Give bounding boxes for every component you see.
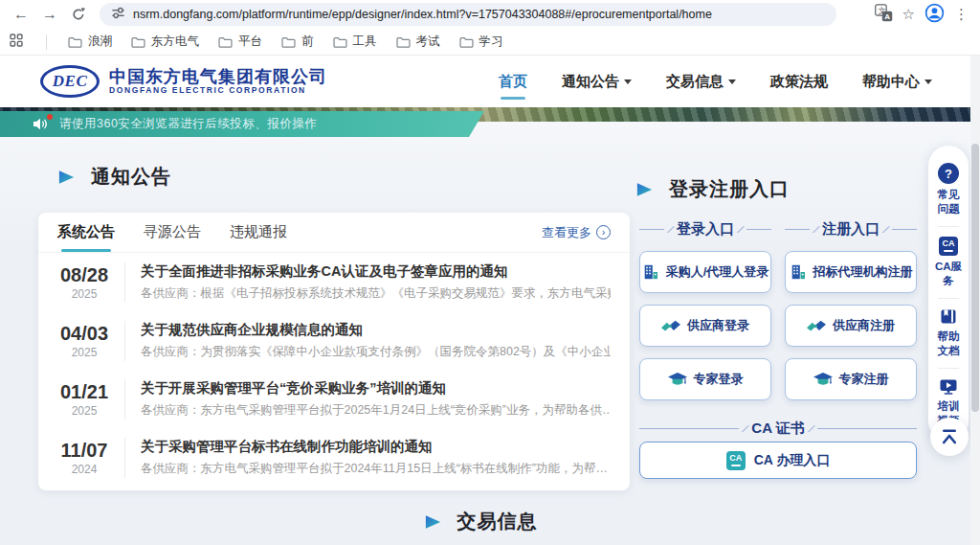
- chevron-down-icon: [728, 79, 736, 84]
- notice-date: 11/07 2024: [54, 440, 115, 476]
- subheader-label: CA 证书: [751, 420, 804, 438]
- bookmark-folder-dongfang[interactable]: 东方电气: [131, 34, 199, 50]
- graduation-cap-icon: [668, 372, 687, 388]
- nav-trade-info[interactable]: 交易信息: [666, 73, 736, 91]
- expert-login-button[interactable]: 专家登录: [639, 358, 771, 400]
- notice-row[interactable]: 11/07 2024 关于采购管理平台标书在线制作功能培训的通知 各供应商：东方…: [38, 428, 630, 487]
- button-label: 供应商登录: [687, 317, 749, 334]
- bookmark-label: 学习: [479, 34, 503, 50]
- purchaser-login-button[interactable]: 采购人/代理人登录: [639, 251, 771, 293]
- page-scrollbar[interactable]: [970, 56, 980, 545]
- reload-icon[interactable]: [67, 3, 90, 26]
- year-value: 2025: [54, 287, 115, 301]
- profile-avatar-icon[interactable]: [924, 3, 945, 27]
- notices-card: 系统公告 寻源公告 违规通报 查看更多 › 08/28 2025 关于全面推进非…: [38, 213, 630, 490]
- ca-apply-button[interactable]: CA CA 办理入口: [639, 442, 917, 479]
- floating-help-sidebar: ? 常见问题 CA CA服务 帮助文档 培训视频: [928, 146, 969, 442]
- chevron-down-icon: [924, 79, 932, 84]
- expert-register-button[interactable]: 专家注册: [785, 358, 917, 400]
- ca-service-item[interactable]: CA CA服务: [934, 231, 963, 294]
- tab-violation-reports[interactable]: 违规通报: [230, 213, 287, 252]
- question-icon: ?: [938, 163, 959, 184]
- translate-icon[interactable]: 文A: [875, 4, 893, 26]
- notice-title: 关于采购管理平台标书在线制作功能培训的通知: [141, 438, 611, 456]
- nav-home[interactable]: 首页: [499, 73, 527, 91]
- nav-policies[interactable]: 政策法规: [770, 73, 828, 91]
- divider: [938, 226, 959, 227]
- scrollbar-thumb[interactable]: [971, 144, 979, 412]
- notice-row[interactable]: 01/21 2025 关于开展采购管理平台“竞价采购业务”培训的通知 各供应商：…: [38, 370, 630, 428]
- tab-system-notices[interactable]: 系统公告: [57, 213, 115, 252]
- bookmark-folder-qian[interactable]: 前: [281, 34, 314, 50]
- section-title: 交易信息: [457, 509, 538, 534]
- company-logo[interactable]: DEC 中国东方电气集团有限公司 DONGFANG ELECTRIC CORPO…: [40, 65, 327, 98]
- notices-tab-bar: 系统公告 寻源公告 违规通报 查看更多 ›: [38, 213, 630, 253]
- button-label: 采购人/代理人登录: [666, 263, 769, 281]
- button-label: 供应商注册: [833, 317, 895, 334]
- back-icon[interactable]: ←: [10, 3, 33, 26]
- bookmark-folder-pingtai[interactable]: 平台: [218, 34, 262, 50]
- nav-label: 通知公告: [562, 73, 619, 91]
- bookmark-label: 东方电气: [151, 34, 199, 50]
- ca-badge-icon: CA: [726, 451, 746, 470]
- bookmarks-separator: [46, 34, 47, 50]
- building-icon: [790, 263, 807, 281]
- notice-title: 关于规范供应商企业规模信息的通知: [141, 321, 611, 339]
- button-label: 专家注册: [839, 371, 889, 388]
- supplier-login-button[interactable]: 供应商登录: [639, 305, 771, 347]
- bookmark-folder-langchao[interactable]: 浪潮: [68, 34, 112, 50]
- year-value: 2024: [54, 463, 115, 476]
- login-entry-header: 登录入口: [639, 220, 771, 238]
- browser-menu-icon[interactable]: ⋮: [954, 6, 969, 23]
- entry-buttons: 采购人/代理人登录 招标代理机构注册 供应商登录 供应商注册 专家登录 专家注册: [639, 251, 917, 400]
- section-arrow-icon: [635, 182, 654, 197]
- notice-row[interactable]: 04/03 2025 关于规范供应商企业规模信息的通知 各供应商：为贯彻落实《保…: [38, 311, 630, 370]
- to-top-icon: [940, 429, 959, 444]
- svg-text:A: A: [884, 11, 890, 20]
- bookmark-label: 平台: [238, 34, 262, 50]
- button-label: 招标代理机构注册: [813, 263, 913, 281]
- ca-section-header: CA 证书: [639, 420, 917, 438]
- speaker-icon: [33, 117, 50, 131]
- nav-help-center[interactable]: 帮助中心: [862, 73, 932, 91]
- nav-label: 帮助中心: [862, 73, 920, 91]
- supplier-register-button[interactable]: 供应商注册: [785, 305, 917, 347]
- browser-toolbar: ← → nsrm.dongfang.com/platform/runtime/e…: [0, 0, 980, 29]
- address-bar[interactable]: nsrm.dongfang.com/platform/runtime/epp/d…: [100, 3, 836, 26]
- company-name-cn: 中国东方电气集团有限公司: [109, 67, 327, 87]
- divider: [124, 321, 125, 361]
- date-value: 04/03: [54, 323, 115, 345]
- help-docs-item[interactable]: 帮助文档: [934, 303, 963, 364]
- register-entry-header: 注册入口: [785, 220, 917, 238]
- notice-date: 01/21 2025: [54, 381, 115, 418]
- bookmark-star-icon[interactable]: ☆: [902, 6, 915, 23]
- toolbar-actions: 文A ☆ ⋮: [875, 3, 970, 27]
- graduation-cap-icon: [813, 372, 833, 388]
- notices-section-header: 通知公告: [57, 164, 171, 190]
- browser-notice-banner: 请使用360安全浏览器进行后续投标、报价操作: [0, 111, 484, 137]
- notification-dot: [47, 114, 53, 120]
- bookmark-folder-kaoshi[interactable]: 考试: [396, 34, 440, 50]
- nav-notices[interactable]: 通知公告: [562, 73, 632, 91]
- ca-badge-icon: CA: [939, 237, 958, 256]
- handshake-icon: [661, 319, 680, 333]
- apps-grid-icon[interactable]: [10, 34, 23, 51]
- notice-date: 04/03 2025: [54, 323, 115, 359]
- bookmark-folder-gongju[interactable]: 工具: [333, 34, 377, 50]
- site-settings-icon[interactable]: [111, 6, 125, 24]
- forward-icon[interactable]: →: [38, 3, 61, 26]
- building-icon: [642, 263, 659, 281]
- bookmark-label: 浪潮: [88, 34, 112, 50]
- notice-summary: 各供应商：东方电气采购管理平台拟于2024年11月15日上线“标书在线制作”功能…: [141, 461, 611, 477]
- faq-item[interactable]: ? 常见问题: [934, 157, 963, 222]
- main-nav: 首页 通知公告 交易信息 政策法规 帮助中心: [499, 73, 932, 91]
- subheader-label: 注册入口: [822, 220, 880, 238]
- tab-sourcing-notices[interactable]: 寻源公告: [144, 213, 201, 252]
- back-to-top-button[interactable]: [930, 418, 969, 456]
- agency-register-button[interactable]: 招标代理机构注册: [785, 251, 917, 293]
- button-label: CA 办理入口: [754, 452, 831, 469]
- notice-row[interactable]: 08/28 2025 关于全面推进非招标采购业务CA认证及电子签章应用的通知 各…: [38, 253, 630, 311]
- bookmark-folder-xuexi[interactable]: 学习: [459, 34, 503, 50]
- handshake-icon: [807, 319, 826, 333]
- view-more-link[interactable]: 查看更多 ›: [542, 224, 611, 241]
